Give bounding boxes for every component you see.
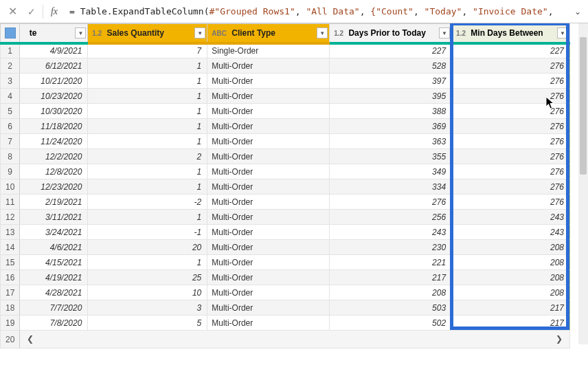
table-row[interactable]: 711/24/20201Multi-Order363276: [1, 134, 570, 149]
cell-min-days-between[interactable]: 243: [452, 225, 570, 240]
cell-client-type[interactable]: Multi-Order: [207, 104, 330, 119]
cell-client-type[interactable]: Multi-Order: [207, 58, 330, 74]
table-row[interactable]: 112/19/2021-2Multi-Order276276: [1, 195, 570, 210]
cell-sales-quantity[interactable]: 10: [88, 285, 207, 300]
cell-days-prior[interactable]: 397: [330, 74, 452, 89]
cell-days-prior[interactable]: 503: [330, 300, 452, 316]
cell-date[interactable]: 10/21/2020: [20, 74, 88, 89]
cell-min-days-between[interactable]: 243: [452, 210, 570, 225]
cell-min-days-between[interactable]: 276: [452, 58, 570, 74]
table-row[interactable]: 410/23/20201Multi-Order395276: [1, 89, 570, 104]
table-row[interactable]: 912/8/20201Multi-Order349276: [1, 164, 570, 179]
cell-client-type[interactable]: Multi-Order: [207, 225, 330, 240]
cell-sales-quantity[interactable]: 20: [88, 240, 207, 255]
cell-days-prior[interactable]: 227: [330, 43, 452, 58]
row-index[interactable]: 9: [1, 164, 20, 179]
cell-sales-quantity[interactable]: 1: [88, 104, 207, 119]
cell-min-days-between[interactable]: 276: [452, 149, 570, 164]
col-header-date[interactable]: te ▼: [20, 24, 88, 43]
table-row[interactable]: 144/6/202120Multi-Order230208: [1, 240, 570, 255]
table-row[interactable]: 123/11/20211Multi-Order256243: [1, 210, 570, 225]
cell-client-type[interactable]: Multi-Order: [207, 316, 330, 331]
cell-min-days-between[interactable]: 276: [452, 164, 570, 179]
cell-client-type[interactable]: Multi-Order: [207, 255, 330, 270]
cell-date[interactable]: 7/7/2020: [20, 300, 88, 316]
cell-min-days-between[interactable]: 208: [452, 285, 570, 300]
col-header-client-type[interactable]: ABC Client Type ▼: [207, 24, 330, 43]
table-row[interactable]: 187/7/20203Multi-Order503217: [1, 300, 570, 316]
cell-date[interactable]: 7/8/2020: [20, 316, 88, 331]
cell-date[interactable]: 12/8/2020: [20, 164, 88, 179]
cell-sales-quantity[interactable]: 25: [88, 270, 207, 285]
cell-min-days-between[interactable]: 208: [452, 255, 570, 270]
cell-days-prior[interactable]: 355: [330, 149, 452, 164]
fx-icon[interactable]: fx: [45, 3, 64, 21]
table-row[interactable]: 26/12/20211Multi-Order528276: [1, 58, 570, 74]
col-header-days-prior[interactable]: 1.2 Days Prior to Today ▼: [330, 24, 452, 43]
cell-date[interactable]: 4/15/2021: [20, 255, 88, 270]
cell-min-days-between[interactable]: 276: [452, 74, 570, 89]
cell-client-type[interactable]: Multi-Order: [207, 270, 330, 285]
cell-client-type[interactable]: Multi-Order: [207, 300, 330, 316]
cell-min-days-between[interactable]: 276: [452, 179, 570, 195]
cell-days-prior[interactable]: 217: [330, 270, 452, 285]
cell-sales-quantity[interactable]: 1: [88, 134, 207, 149]
cell-sales-quantity[interactable]: 1: [88, 119, 207, 134]
cell-date[interactable]: 4/9/2021: [20, 43, 88, 58]
row-index[interactable]: 6: [1, 119, 20, 134]
cell-days-prior[interactable]: 395: [330, 89, 452, 104]
cell-sales-quantity[interactable]: -2: [88, 195, 207, 210]
scroll-right-icon[interactable]: ❯: [553, 333, 565, 345]
row-index[interactable]: 17: [1, 285, 20, 300]
cell-client-type[interactable]: Multi-Order: [207, 195, 330, 210]
cell-days-prior[interactable]: 349: [330, 164, 452, 179]
row-index[interactable]: 10: [1, 179, 20, 195]
cell-days-prior[interactable]: 334: [330, 179, 452, 195]
cell-sales-quantity[interactable]: 3: [88, 300, 207, 316]
filter-dropdown-icon[interactable]: ▼: [75, 27, 86, 38]
scroll-left-icon[interactable]: ❮: [24, 333, 36, 345]
row-index[interactable]: 4: [1, 89, 20, 104]
cell-date[interactable]: 10/30/2020: [20, 104, 88, 119]
cell-date[interactable]: 3/11/2021: [20, 210, 88, 225]
cell-client-type[interactable]: Multi-Order: [207, 179, 330, 195]
cell-days-prior[interactable]: 528: [330, 58, 452, 74]
cell-min-days-between[interactable]: 227: [452, 43, 570, 58]
cell-sales-quantity[interactable]: 5: [88, 316, 207, 331]
table-row[interactable]: 154/15/20211Multi-Order221208: [1, 255, 570, 270]
cell-client-type[interactable]: Multi-Order: [207, 89, 330, 104]
row-index[interactable]: 14: [1, 240, 20, 255]
table-row[interactable]: 310/21/20201Multi-Order397276: [1, 74, 570, 89]
vertical-scrollbar[interactable]: [578, 23, 588, 344]
cell-min-days-between[interactable]: 208: [452, 240, 570, 255]
cell-date[interactable]: 3/24/2021: [20, 225, 88, 240]
cell-min-days-between[interactable]: 276: [452, 89, 570, 104]
row-index[interactable]: 19: [1, 316, 20, 331]
cell-date[interactable]: 12/23/2020: [20, 179, 88, 195]
cell-days-prior[interactable]: 256: [330, 210, 452, 225]
cell-sales-quantity[interactable]: 1: [88, 179, 207, 195]
cell-days-prior[interactable]: 230: [330, 240, 452, 255]
table-row[interactable]: 20❮❯: [1, 331, 570, 349]
cell-sales-quantity[interactable]: 1: [88, 74, 207, 89]
row-index[interactable]: 1: [1, 43, 20, 58]
cell-date[interactable]: 11/24/2020: [20, 134, 88, 149]
confirm-icon[interactable]: ✓: [22, 3, 41, 21]
cell-min-days-between[interactable]: 276: [452, 195, 570, 210]
cell-client-type[interactable]: Multi-Order: [207, 149, 330, 164]
cell-date[interactable]: 4/6/2021: [20, 240, 88, 255]
cell-client-type[interactable]: Multi-Order: [207, 164, 330, 179]
cell-sales-quantity[interactable]: 1: [88, 58, 207, 74]
cell-days-prior[interactable]: 276: [330, 195, 452, 210]
formula-input[interactable]: = Table.ExpandTableColumn(#"Grouped Rows…: [64, 3, 570, 19]
cell-days-prior[interactable]: 221: [330, 255, 452, 270]
cell-date[interactable]: 4/19/2021: [20, 270, 88, 285]
cell-sales-quantity[interactable]: 1: [88, 164, 207, 179]
cell-date[interactable]: 2/19/2021: [20, 195, 88, 210]
cell-client-type[interactable]: Multi-Order: [207, 134, 330, 149]
cancel-icon[interactable]: ✕: [3, 3, 22, 21]
table-row[interactable]: 197/8/20205Multi-Order502217: [1, 316, 570, 331]
cell-sales-quantity[interactable]: 1: [88, 210, 207, 225]
cell-min-days-between[interactable]: 217: [452, 316, 570, 331]
cell-min-days-between[interactable]: 217: [452, 300, 570, 316]
